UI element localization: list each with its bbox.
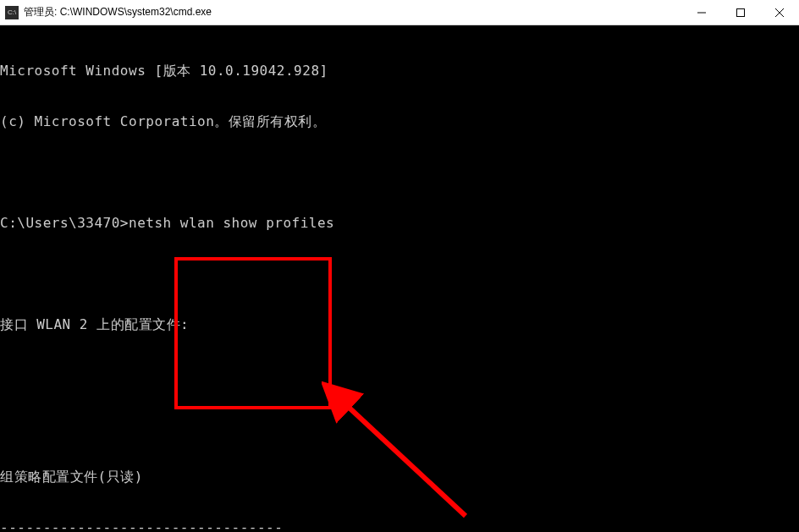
minimize-button[interactable] xyxy=(682,0,721,25)
version-line: Microsoft Windows [版本 10.0.19042.928] xyxy=(0,63,799,80)
blank-line xyxy=(0,418,799,435)
maximize-button[interactable] xyxy=(721,0,760,25)
cmd-icon: C:\ xyxy=(5,6,19,19)
command-text: netsh wlan show profiles xyxy=(129,215,334,231)
separator: --------------------------------- xyxy=(0,519,799,532)
titlebar-left: C:\ 管理员: C:\WINDOWS\system32\cmd.exe xyxy=(5,5,212,19)
copyright-line: (c) Microsoft Corporation。保留所有权利。 xyxy=(0,113,799,130)
interface-header: 接口 WLAN 2 上的配置文件: xyxy=(0,316,799,333)
window-title: 管理员: C:\WINDOWS\system32\cmd.exe xyxy=(24,5,212,19)
svg-rect-1 xyxy=(737,8,745,16)
blank-line xyxy=(0,367,799,384)
window-controls xyxy=(682,0,799,25)
prompt: C:\Users\33470> xyxy=(0,215,129,231)
blank-line xyxy=(0,266,799,282)
annotation-arrow-icon xyxy=(322,381,491,532)
terminal-output[interactable]: Microsoft Windows [版本 10.0.19042.928] (c… xyxy=(0,25,799,532)
group-policy-header: 组策略配置文件(只读) xyxy=(0,469,799,485)
command-line: C:\Users\33470>netsh wlan show profiles xyxy=(0,215,799,232)
close-button[interactable] xyxy=(760,0,799,25)
blank-line xyxy=(0,164,799,181)
window-titlebar: C:\ 管理员: C:\WINDOWS\system32\cmd.exe xyxy=(0,0,799,25)
